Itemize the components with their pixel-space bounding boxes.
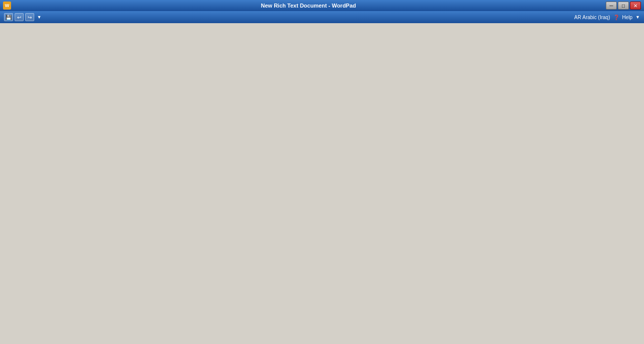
help-button[interactable]: ❓ [613,15,619,20]
window-controls: ─ □ ✕ [606,2,641,10]
qa-dropdown[interactable]: ▼ [36,13,43,21]
qa-undo-button[interactable]: ↩ [15,13,24,21]
app-window: W New Rich Text Document - WordPad ─ □ ✕… [0,0,644,344]
maximize-button[interactable]: □ [618,2,629,10]
title-bar: W New Rich Text Document - WordPad ─ □ ✕ [0,0,644,11]
quick-access-bar: 💾 ↩ ↪ ▼ AR Arabic (Iraq) ❓ Help ▼ [0,11,644,23]
help-label: Help [622,15,633,20]
qa-save-button[interactable]: 💾 [4,13,13,21]
minimize-button[interactable]: ─ [606,2,617,10]
help-dropdown[interactable]: ▼ [635,15,640,20]
language-label: AR Arabic (Iraq) [574,15,610,20]
app-icon: W [3,2,11,10]
close-button[interactable]: ✕ [630,2,641,10]
window-title: New Rich Text Document - WordPad [11,3,606,9]
qa-redo-button[interactable]: ↪ [25,13,34,21]
